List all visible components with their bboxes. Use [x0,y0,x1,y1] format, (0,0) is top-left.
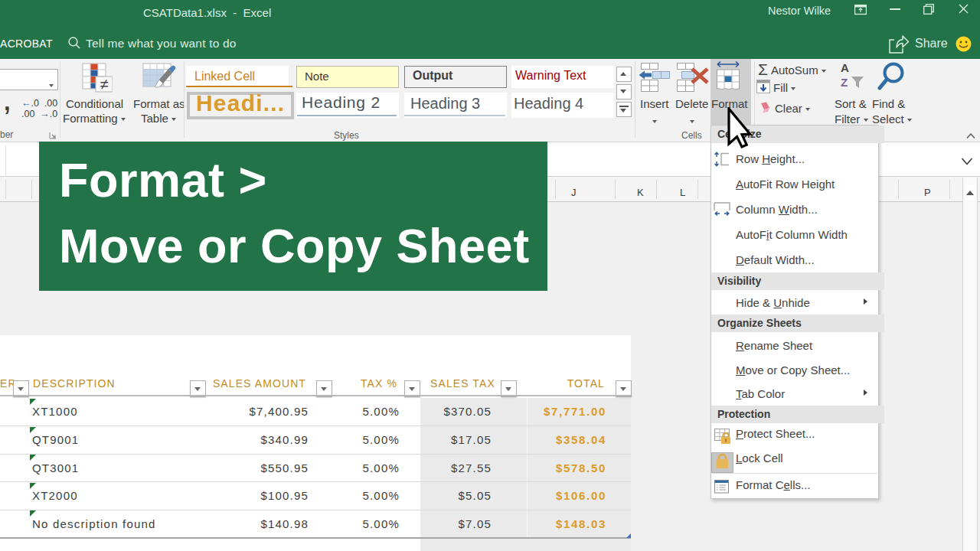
svg-text:Z: Z [841,76,848,89]
svg-text:≠: ≠ [100,76,109,93]
svg-text:A: A [841,61,849,74]
